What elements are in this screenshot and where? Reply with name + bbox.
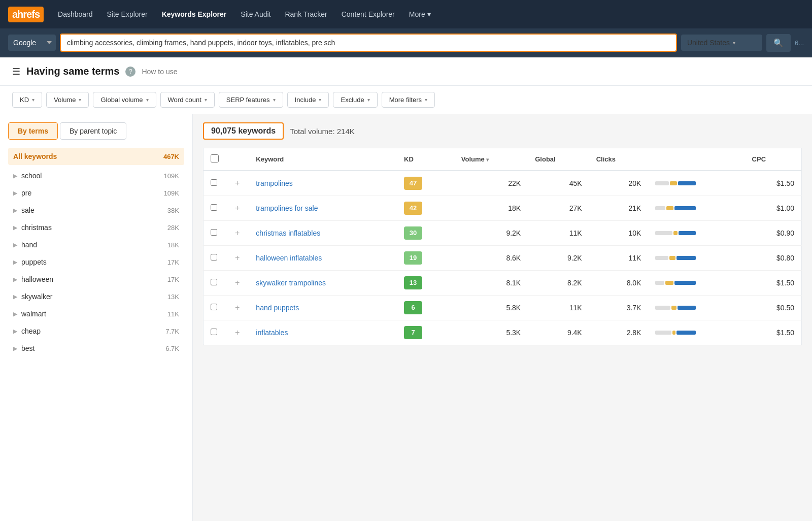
include-filter-button[interactable]: Include ▾ bbox=[287, 92, 329, 108]
list-item[interactable]: ▶ skywalker 13K bbox=[8, 288, 184, 305]
kd-badge: 7 bbox=[404, 326, 422, 339]
add-keyword-button[interactable]: + bbox=[233, 253, 242, 263]
volume-cell: 8.6K bbox=[454, 246, 528, 271]
list-item[interactable]: ▶ school 109K bbox=[8, 167, 184, 184]
list-item[interactable]: ▶ pre 109K bbox=[8, 184, 184, 202]
kd-badge: 6 bbox=[404, 301, 422, 314]
kd-col-header[interactable]: KD bbox=[397, 148, 454, 171]
bar-yellow bbox=[671, 306, 676, 310]
left-panel: By terms By parent topic All keywords 46… bbox=[0, 114, 193, 521]
traffic-bar bbox=[655, 306, 696, 310]
keyword-link[interactable]: halloween inflatables bbox=[256, 254, 322, 262]
add-keyword-button[interactable]: + bbox=[233, 278, 242, 287]
row-checkbox[interactable] bbox=[211, 229, 217, 236]
global-col-header[interactable]: Global bbox=[528, 148, 589, 171]
more-filters-button[interactable]: More filters ▾ bbox=[382, 92, 435, 108]
country-selector[interactable]: United States ▾ bbox=[681, 35, 762, 51]
traffic-bar bbox=[655, 281, 696, 285]
row-checkbox[interactable] bbox=[211, 254, 217, 260]
keyword-link[interactable]: hand puppets bbox=[256, 304, 299, 312]
bar-yellow bbox=[673, 231, 678, 235]
hamburger-icon[interactable]: ☰ bbox=[12, 66, 20, 77]
volume-cell: 5.8K bbox=[454, 296, 528, 320]
tab-by-terms[interactable]: By terms bbox=[8, 122, 58, 140]
volume-cell: 22K bbox=[454, 171, 528, 196]
bar-gray bbox=[655, 181, 669, 185]
nav-rank-tracker[interactable]: Rank Tracker bbox=[279, 7, 333, 21]
list-item[interactable]: ▶ sale 38K bbox=[8, 202, 184, 219]
bar-yellow bbox=[666, 206, 673, 210]
global-cell: 9.2K bbox=[528, 246, 589, 271]
global-volume-filter-button[interactable]: Global volume ▾ bbox=[93, 92, 156, 108]
keyword-link[interactable]: inflatables bbox=[256, 329, 288, 337]
word-count-filter-button[interactable]: Word count ▾ bbox=[160, 92, 215, 108]
add-keyword-button[interactable]: + bbox=[233, 303, 242, 312]
global-cell: 11K bbox=[528, 221, 589, 246]
chevron-down-icon: ▾ bbox=[367, 97, 370, 103]
serp-features-filter-button[interactable]: SERP features ▾ bbox=[219, 92, 283, 108]
row-checkbox[interactable] bbox=[211, 304, 217, 310]
cpc-cell: $1.50 bbox=[745, 320, 802, 345]
list-item[interactable]: ▶ halloween 17K bbox=[8, 271, 184, 288]
volume-filter-button[interactable]: Volume ▾ bbox=[46, 92, 89, 108]
clicks-cell: 20K bbox=[589, 171, 649, 196]
nav-content-explorer[interactable]: Content Explorer bbox=[335, 7, 401, 21]
table-row: + halloween inflatables 19 8.6K 9.2K 11K… bbox=[204, 246, 802, 271]
row-checkbox[interactable] bbox=[211, 179, 217, 186]
list-item[interactable]: ▶ best 6.7K bbox=[8, 340, 184, 357]
list-item[interactable]: ▶ walmart 11K bbox=[8, 305, 184, 322]
cpc-col-header[interactable]: CPC bbox=[745, 148, 802, 171]
kd-badge: 47 bbox=[404, 177, 422, 190]
cpc-cell: $1.00 bbox=[745, 196, 802, 221]
chevron-down-icon: ▾ bbox=[205, 97, 207, 103]
exclude-filter-button[interactable]: Exclude ▾ bbox=[333, 92, 377, 108]
keyword-groups-list: All keywords 467K ▶ school 109K ▶ pre 10… bbox=[8, 148, 184, 357]
volume-cell: 8.1K bbox=[454, 271, 528, 296]
nav-keywords-explorer[interactable]: Keywords Explorer bbox=[156, 7, 233, 21]
kd-filter-button[interactable]: KD ▾ bbox=[12, 92, 42, 108]
chevron-down-icon: ▾ bbox=[146, 97, 149, 103]
clicks-cell: 8.0K bbox=[589, 271, 649, 296]
nav-more[interactable]: More ▾ bbox=[403, 7, 437, 21]
add-keyword-button[interactable]: + bbox=[233, 179, 242, 188]
all-keywords-item[interactable]: All keywords 467K bbox=[8, 148, 184, 165]
list-item[interactable]: ▶ cheap 7.7K bbox=[8, 322, 184, 340]
row-checkbox[interactable] bbox=[211, 204, 217, 211]
add-keyword-button[interactable]: + bbox=[233, 229, 242, 238]
chevron-down-icon: ▾ bbox=[79, 97, 81, 103]
keyword-link[interactable]: skywalker trampolines bbox=[256, 279, 326, 287]
add-keyword-button[interactable]: + bbox=[233, 328, 242, 337]
add-keyword-button[interactable]: + bbox=[233, 204, 242, 213]
list-item[interactable]: ▶ christmas 28K bbox=[8, 219, 184, 236]
nav-dashboard[interactable]: Dashboard bbox=[52, 7, 99, 21]
global-cell: 27K bbox=[528, 196, 589, 221]
bar-gray bbox=[655, 206, 665, 210]
help-icon[interactable]: ? bbox=[125, 67, 136, 77]
select-all-checkbox[interactable] bbox=[211, 154, 219, 162]
keyword-link[interactable]: christmas inflatables bbox=[256, 229, 320, 237]
search-button[interactable]: 🔍 bbox=[766, 34, 791, 52]
kd-badge: 42 bbox=[404, 202, 422, 215]
clicks-col-header[interactable]: Clicks bbox=[589, 148, 649, 171]
nav-site-explorer[interactable]: Site Explorer bbox=[101, 7, 154, 21]
traffic-bar bbox=[655, 231, 696, 235]
row-checkbox[interactable] bbox=[211, 279, 217, 285]
list-item[interactable]: ▶ puppets 17K bbox=[8, 253, 184, 271]
search-input[interactable] bbox=[61, 35, 676, 51]
chevron-right-icon: ▶ bbox=[13, 242, 17, 248]
filters-bar: KD ▾ Volume ▾ Global volume ▾ Word count… bbox=[0, 86, 812, 114]
keyword-link[interactable]: trampolines bbox=[256, 179, 292, 187]
nav-site-audit[interactable]: Site Audit bbox=[234, 7, 277, 21]
how-to-use-link[interactable]: How to use bbox=[142, 68, 177, 76]
cpc-cell: $0.90 bbox=[745, 221, 802, 246]
keyword-link[interactable]: trampolines for sale bbox=[256, 204, 318, 212]
search-engine-select[interactable]: Google Bing YouTube bbox=[8, 35, 56, 51]
table-row: + hand puppets 6 5.8K 11K 3.7K $0.50 bbox=[204, 296, 802, 320]
row-checkbox[interactable] bbox=[211, 329, 217, 335]
volume-col-header[interactable]: Volume ▾ bbox=[454, 148, 528, 171]
bar-col-header bbox=[648, 148, 745, 171]
tab-by-parent-topic[interactable]: By parent topic bbox=[60, 122, 126, 140]
chevron-down-icon: ▾ bbox=[427, 10, 431, 18]
list-item[interactable]: ▶ hand 18K bbox=[8, 236, 184, 253]
chevron-down-icon: ▾ bbox=[32, 97, 35, 103]
